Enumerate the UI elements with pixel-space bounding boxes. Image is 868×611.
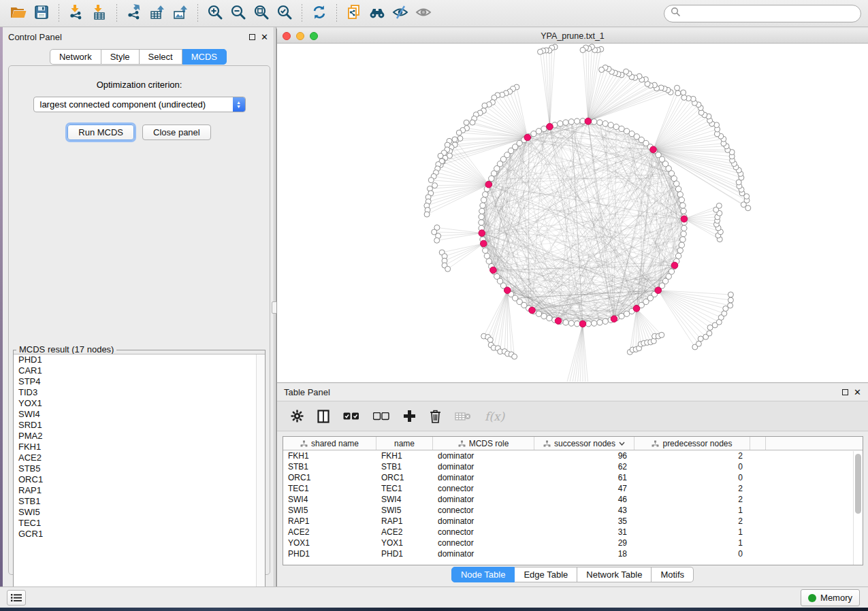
global-search: [664, 5, 861, 22]
table-row[interactable]: ACE2ACE2connector311: [283, 527, 863, 538]
optimization-criterion-select[interactable]: largest connected component (undirected)…: [33, 97, 246, 112]
table-cell: 2: [634, 516, 750, 527]
table-cell: 29: [534, 538, 634, 548]
column-header-name[interactable]: name: [376, 437, 433, 450]
float-window-icon[interactable]: [842, 389, 848, 395]
mcds-result-item[interactable]: RAP1: [14, 485, 265, 496]
tab-select[interactable]: Select: [140, 49, 182, 65]
mcds-result-item[interactable]: PMA2: [14, 431, 265, 442]
column-header-predecessor-nodes[interactable]: predecessor nodes: [634, 437, 750, 450]
mcds-result-item[interactable]: ACE2: [14, 452, 265, 463]
zoom-in-button[interactable]: [204, 3, 227, 24]
column-header-successor-nodes[interactable]: successor nodes: [534, 437, 634, 450]
column-header-shared-name[interactable]: shared name: [283, 437, 376, 450]
tab-edge-table[interactable]: Edge Table: [515, 567, 577, 582]
task-history-button[interactable]: [7, 590, 26, 606]
mcds-result-item[interactable]: TID3: [14, 387, 265, 398]
table-cell: STB1: [283, 461, 376, 472]
mcds-result-item[interactable]: STB5: [14, 463, 265, 474]
sort-descending-icon: [619, 442, 625, 446]
mcds-result-item[interactable]: STB1: [14, 496, 265, 507]
show-display-button[interactable]: [412, 3, 435, 24]
table-panel: Table Panel ✕ f(x) shared name name MCDS…: [276, 382, 868, 587]
column-header-mcds-role[interactable]: MCDS role: [433, 437, 534, 450]
function-builder-button-disabled[interactable]: f(x): [485, 410, 504, 423]
mcds-result-title: MCDS result (17 nodes): [16, 344, 116, 354]
add-column-button[interactable]: [403, 410, 416, 423]
clone-network-button[interactable]: [342, 3, 366, 24]
search-input[interactable]: [681, 9, 854, 18]
table-row[interactable]: SWI4SWI4dominator462: [283, 494, 863, 505]
table-settings-button[interactable]: [291, 410, 304, 423]
mcds-result-item[interactable]: GCR1: [14, 529, 265, 540]
table-row[interactable]: STB1STB1dominator620: [283, 461, 863, 472]
float-window-icon[interactable]: [249, 34, 255, 40]
table-scrollbar-thumb[interactable]: [855, 454, 861, 514]
network-canvas[interactable]: [277, 44, 868, 382]
attribute-icon: [458, 440, 466, 447]
table-cell: STB1: [376, 461, 433, 472]
zoom-selected-button[interactable]: [273, 3, 296, 24]
tab-mcds[interactable]: MCDS: [182, 49, 227, 65]
import-table-button[interactable]: [88, 3, 111, 24]
mcds-result-item[interactable]: SWI5: [14, 507, 265, 518]
close-panel-icon[interactable]: ✕: [261, 34, 268, 40]
mcds-result-item[interactable]: SWI4: [14, 409, 265, 420]
table-row[interactable]: TEC1TEC1connector472: [283, 483, 863, 494]
export-network-button[interactable]: [123, 3, 146, 24]
table-row[interactable]: FKH1FKH1dominator962: [283, 450, 863, 461]
table-row[interactable]: SWI5SWI5connector431: [283, 505, 863, 516]
table-cell: 0: [634, 461, 750, 472]
toolbar-separator: [302, 4, 302, 23]
close-panel-icon[interactable]: ✕: [854, 389, 861, 395]
mcds-result-item[interactable]: FKH1: [14, 442, 265, 452]
mcds-result-list[interactable]: PHD1CAR1STP4TID3YOX1SWI4SRD1PMA2FKH1ACE2…: [14, 354, 265, 602]
choose-columns-button[interactable]: [317, 410, 329, 423]
attribute-icon: [300, 440, 308, 447]
toolbar-separator: [197, 4, 198, 23]
import-network-button[interactable]: [65, 3, 88, 24]
memory-button[interactable]: Memory: [801, 589, 860, 606]
status-bar: Memory: [0, 587, 868, 608]
mcds-result-item[interactable]: TEC1: [14, 518, 265, 529]
find-button[interactable]: [366, 3, 389, 24]
tab-network[interactable]: Network: [50, 49, 101, 65]
refresh-arrows-icon: [311, 4, 327, 23]
tab-node-table[interactable]: Node Table: [451, 567, 515, 582]
close-panel-button[interactable]: Close panel: [142, 125, 211, 140]
tab-style[interactable]: Style: [101, 49, 140, 65]
mcds-result-item[interactable]: ORC1: [14, 474, 265, 485]
tab-network-table[interactable]: Network Table: [577, 567, 652, 582]
mcds-list-scrollbar[interactable]: [256, 354, 265, 602]
table-row[interactable]: PHD1PHD1dominator180: [283, 548, 863, 559]
node-table-header: shared name name MCDS role successor nod…: [283, 437, 863, 450]
export-image-button[interactable]: [169, 3, 192, 24]
export-table-button[interactable]: [146, 3, 169, 24]
table-cell: 0: [634, 472, 750, 483]
save-session-button[interactable]: [30, 3, 53, 24]
tab-motifs[interactable]: Motifs: [652, 567, 694, 582]
mcds-result-item[interactable]: CAR1: [14, 365, 265, 376]
delete-table-button-disabled[interactable]: [455, 411, 471, 422]
table-toolbar: f(x): [277, 401, 868, 431]
table-row[interactable]: RAP1RAP1dominator352: [283, 516, 863, 527]
table-scrollbar[interactable]: [853, 451, 862, 565]
apply-layout-button[interactable]: [308, 3, 331, 24]
run-mcds-button[interactable]: Run MCDS: [67, 125, 134, 140]
delete-column-button[interactable]: [430, 410, 441, 423]
table-cell: 2: [634, 494, 750, 505]
table-cell: dominator: [433, 472, 534, 483]
mcds-result-item[interactable]: STP4: [14, 376, 265, 387]
table-row[interactable]: YOX1YOX1connector291: [283, 538, 863, 548]
hide-display-button[interactable]: [389, 3, 412, 24]
deselect-all-button[interactable]: [373, 412, 389, 420]
zoom-fit-button[interactable]: [250, 3, 273, 24]
table-cell: FKH1: [376, 450, 433, 461]
mcds-result-item[interactable]: SRD1: [14, 420, 265, 431]
zoom-out-button[interactable]: [227, 3, 250, 24]
mcds-result-item[interactable]: PHD1: [14, 354, 265, 365]
table-row[interactable]: ORC1ORC1dominator610: [283, 472, 863, 483]
select-all-button[interactable]: [343, 412, 359, 420]
mcds-result-item[interactable]: YOX1: [14, 398, 265, 409]
open-session-button[interactable]: [7, 3, 30, 24]
